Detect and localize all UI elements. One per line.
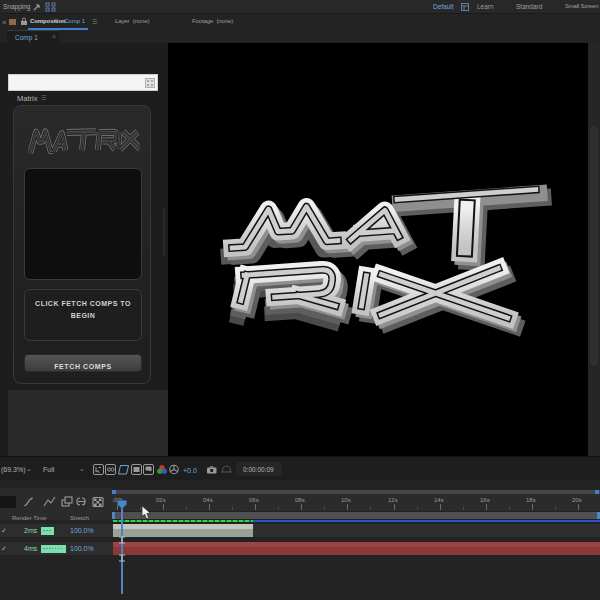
svg-text:+0.0: +0.0 <box>183 467 197 474</box>
